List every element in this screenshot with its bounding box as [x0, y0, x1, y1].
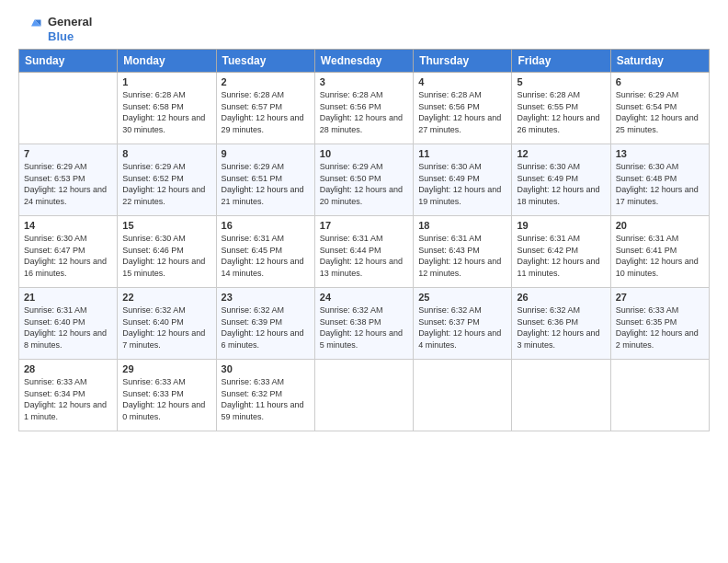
- calendar-cell: 16 Sunrise: 6:31 AM Sunset: 6:45 PM Dayl…: [216, 216, 314, 288]
- cell-info: Sunrise: 6:33 AM Sunset: 6:33 PM Dayligh…: [122, 376, 210, 422]
- calendar-cell: 29 Sunrise: 6:33 AM Sunset: 6:33 PM Dayl…: [118, 360, 216, 431]
- day-number: 18: [418, 220, 506, 231]
- calendar-cell: 19 Sunrise: 6:31 AM Sunset: 6:42 PM Dayl…: [512, 216, 610, 288]
- calendar-cell: 21 Sunrise: 6:31 AM Sunset: 6:40 PM Dayl…: [19, 288, 118, 360]
- cell-info: Sunrise: 6:33 AM Sunset: 6:34 PM Dayligh…: [24, 376, 112, 422]
- cell-info: Sunrise: 6:31 AM Sunset: 6:44 PM Dayligh…: [320, 233, 408, 279]
- sunset-time: Sunset: 6:56 PM: [320, 102, 381, 111]
- sunrise-time: Sunrise: 6:28 AM: [418, 90, 482, 99]
- sunset-time: Sunset: 6:32 PM: [222, 389, 283, 398]
- day-number: 5: [517, 76, 605, 87]
- calendar-cell: 2 Sunrise: 6:28 AM Sunset: 6:57 PM Dayli…: [216, 73, 314, 144]
- day-number: 4: [418, 76, 506, 87]
- day-number: 12: [517, 148, 605, 159]
- cell-info: Sunrise: 6:31 AM Sunset: 6:43 PM Dayligh…: [418, 233, 506, 279]
- daylight-hours: Daylight: 12 hours and 16 minutes.: [24, 257, 107, 278]
- logo: General Blue: [18, 15, 92, 43]
- calendar-cell: 30 Sunrise: 6:33 AM Sunset: 6:32 PM Dayl…: [216, 360, 314, 431]
- sunset-time: Sunset: 6:43 PM: [418, 246, 480, 255]
- sunrise-time: Sunrise: 6:32 AM: [517, 305, 580, 315]
- day-number: 25: [418, 292, 506, 303]
- cell-info: Sunrise: 6:29 AM Sunset: 6:51 PM Dayligh…: [222, 161, 310, 207]
- day-number: 15: [122, 220, 210, 231]
- calendar-cell: 9 Sunrise: 6:29 AM Sunset: 6:51 PM Dayli…: [216, 144, 314, 216]
- day-number: 21: [24, 292, 112, 303]
- sunrise-time: Sunrise: 6:29 AM: [616, 90, 679, 99]
- day-number: 27: [616, 292, 704, 303]
- sunset-time: Sunset: 6:56 PM: [418, 102, 480, 111]
- daylight-hours: Daylight: 12 hours and 15 minutes.: [122, 257, 205, 278]
- cell-info: Sunrise: 6:29 AM Sunset: 6:52 PM Dayligh…: [122, 161, 210, 207]
- calendar-cell: 26 Sunrise: 6:32 AM Sunset: 6:36 PM Dayl…: [512, 288, 610, 360]
- header-cell-monday: Monday: [118, 50, 216, 73]
- day-number: 29: [122, 363, 210, 374]
- sunrise-time: Sunrise: 6:33 AM: [222, 377, 285, 386]
- sunrise-time: Sunrise: 6:33 AM: [616, 305, 679, 315]
- week-row-5: 28 Sunrise: 6:33 AM Sunset: 6:34 PM Dayl…: [19, 360, 710, 431]
- sunrise-time: Sunrise: 6:31 AM: [616, 234, 679, 243]
- daylight-hours: Daylight: 12 hours and 20 minutes.: [320, 185, 403, 206]
- calendar-cell: 1 Sunrise: 6:28 AM Sunset: 6:58 PM Dayli…: [118, 73, 216, 144]
- cell-info: Sunrise: 6:28 AM Sunset: 6:56 PM Dayligh…: [418, 89, 506, 135]
- sunrise-time: Sunrise: 6:32 AM: [222, 305, 285, 315]
- calendar-cell: 3 Sunrise: 6:28 AM Sunset: 6:56 PM Dayli…: [314, 73, 413, 144]
- cell-info: Sunrise: 6:28 AM Sunset: 6:58 PM Dayligh…: [122, 89, 210, 135]
- daylight-hours: Daylight: 12 hours and 25 minutes.: [616, 113, 699, 134]
- calendar-cell: 11 Sunrise: 6:30 AM Sunset: 6:49 PM Dayl…: [414, 144, 512, 216]
- daylight-hours: Daylight: 11 hours and 59 minutes.: [222, 400, 304, 421]
- cell-info: Sunrise: 6:31 AM Sunset: 6:45 PM Dayligh…: [222, 233, 310, 279]
- week-row-1: 1 Sunrise: 6:28 AM Sunset: 6:58 PM Dayli…: [19, 73, 710, 144]
- calendar-table: SundayMondayTuesdayWednesdayThursdayFrid…: [18, 49, 710, 431]
- cell-info: Sunrise: 6:32 AM Sunset: 6:38 PM Dayligh…: [320, 304, 408, 350]
- sunset-time: Sunset: 6:51 PM: [222, 174, 283, 183]
- cell-info: Sunrise: 6:32 AM Sunset: 6:36 PM Dayligh…: [517, 304, 605, 350]
- day-number: 19: [517, 220, 605, 231]
- sunset-time: Sunset: 6:57 PM: [222, 102, 283, 111]
- sunset-time: Sunset: 6:42 PM: [517, 246, 578, 255]
- daylight-hours: Daylight: 12 hours and 4 minutes.: [418, 328, 501, 350]
- cell-info: Sunrise: 6:31 AM Sunset: 6:41 PM Dayligh…: [616, 233, 704, 279]
- cell-info: Sunrise: 6:33 AM Sunset: 6:32 PM Dayligh…: [222, 376, 310, 422]
- sunset-time: Sunset: 6:37 PM: [418, 317, 480, 327]
- calendar-cell: 20 Sunrise: 6:31 AM Sunset: 6:41 PM Dayl…: [610, 216, 709, 288]
- sunrise-time: Sunrise: 6:30 AM: [517, 162, 580, 171]
- sunrise-time: Sunrise: 6:29 AM: [24, 162, 87, 171]
- day-number: 26: [517, 292, 605, 303]
- sunrise-time: Sunrise: 6:28 AM: [222, 90, 285, 99]
- daylight-hours: Daylight: 12 hours and 1 minute.: [24, 400, 107, 421]
- daylight-hours: Daylight: 12 hours and 24 minutes.: [24, 185, 107, 206]
- day-number: 22: [122, 292, 210, 303]
- sunset-time: Sunset: 6:44 PM: [320, 246, 381, 255]
- sunset-time: Sunset: 6:33 PM: [122, 389, 184, 398]
- sunset-time: Sunset: 6:34 PM: [24, 389, 85, 398]
- calendar-cell: 13 Sunrise: 6:30 AM Sunset: 6:48 PM Dayl…: [610, 144, 709, 216]
- cell-info: Sunrise: 6:31 AM Sunset: 6:40 PM Dayligh…: [24, 304, 112, 350]
- sunset-time: Sunset: 6:49 PM: [418, 174, 480, 183]
- cell-info: Sunrise: 6:30 AM Sunset: 6:48 PM Dayligh…: [616, 161, 704, 207]
- cell-info: Sunrise: 6:28 AM Sunset: 6:57 PM Dayligh…: [222, 89, 310, 135]
- calendar-cell: 15 Sunrise: 6:30 AM Sunset: 6:46 PM Dayl…: [118, 216, 216, 288]
- day-number: 11: [418, 148, 506, 159]
- daylight-hours: Daylight: 12 hours and 19 minutes.: [418, 185, 501, 206]
- header-cell-sunday: Sunday: [19, 50, 118, 73]
- sunset-time: Sunset: 6:49 PM: [517, 174, 578, 183]
- header: General Blue: [18, 15, 710, 43]
- cell-info: Sunrise: 6:33 AM Sunset: 6:35 PM Dayligh…: [616, 304, 704, 350]
- sunrise-time: Sunrise: 6:28 AM: [122, 90, 186, 99]
- header-cell-thursday: Thursday: [414, 50, 512, 73]
- calendar-cell: [512, 360, 610, 431]
- cell-info: Sunrise: 6:29 AM Sunset: 6:54 PM Dayligh…: [616, 89, 704, 135]
- header-cell-friday: Friday: [512, 50, 610, 73]
- calendar-cell: [19, 73, 118, 144]
- day-number: 13: [616, 148, 704, 159]
- sunset-time: Sunset: 6:53 PM: [24, 174, 85, 183]
- day-number: 28: [24, 363, 112, 374]
- cell-info: Sunrise: 6:32 AM Sunset: 6:39 PM Dayligh…: [222, 304, 310, 350]
- day-number: 8: [122, 148, 210, 159]
- daylight-hours: Daylight: 12 hours and 18 minutes.: [517, 185, 599, 206]
- sunrise-time: Sunrise: 6:30 AM: [418, 162, 482, 171]
- week-row-4: 21 Sunrise: 6:31 AM Sunset: 6:40 PM Dayl…: [19, 288, 710, 360]
- daylight-hours: Daylight: 12 hours and 29 minutes.: [222, 113, 304, 134]
- sunset-time: Sunset: 6:41 PM: [616, 246, 677, 255]
- page: General Blue SundayMondayTuesdayWednesda…: [0, 0, 728, 563]
